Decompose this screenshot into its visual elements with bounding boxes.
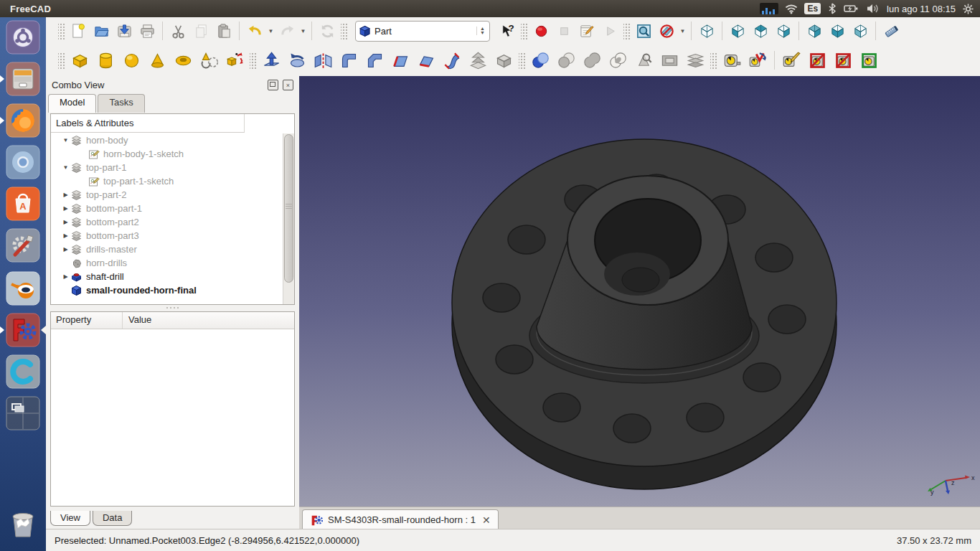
view-axonometric-button[interactable]	[695, 19, 718, 42]
ruled-surface-button[interactable]	[413, 47, 439, 73]
value-column-header[interactable]: Value	[123, 312, 151, 329]
toolbar-grip[interactable]	[58, 22, 65, 39]
panel-splitter[interactable]	[46, 306, 299, 310]
launcher-item-dash[interactable]	[6, 20, 40, 55]
view-top-button[interactable]	[749, 19, 772, 42]
macro-edit-button[interactable]	[575, 19, 598, 42]
toolbar-grip[interactable]	[341, 22, 347, 39]
boolean-common-button[interactable]	[605, 47, 631, 73]
session-gear-icon[interactable]	[962, 3, 974, 15]
fillet-button[interactable]	[336, 47, 362, 73]
toolbar-grip[interactable]	[519, 52, 525, 69]
launcher-item-software[interactable]: A	[6, 187, 40, 221]
paste-button[interactable]	[212, 19, 235, 42]
3d-model-flange[interactable]	[299, 76, 980, 507]
part-box-button[interactable]	[67, 47, 93, 73]
macro-record-button[interactable]	[529, 19, 552, 42]
tree-header[interactable]: Labels & Attributes	[51, 114, 245, 133]
view-front-button[interactable]	[726, 19, 749, 42]
boolean-union-button[interactable]	[579, 47, 605, 73]
part-cone-button[interactable]	[144, 47, 170, 73]
cross-sections-button[interactable]	[682, 47, 708, 73]
boolean-button[interactable]	[527, 47, 553, 73]
chamfer-button[interactable]	[362, 47, 387, 73]
new-document-button[interactable]	[67, 19, 90, 42]
boolean-cut-button[interactable]	[553, 47, 579, 73]
undo-dropdown[interactable]: ▼	[266, 21, 275, 41]
launcher-item-firefox[interactable]	[6, 103, 40, 138]
mirror-button[interactable]	[310, 47, 336, 73]
property-column-header[interactable]: Property	[51, 312, 123, 329]
volume-icon[interactable]	[866, 2, 880, 15]
workbench-selector[interactable]: Part▲▼	[355, 21, 490, 42]
cut-button[interactable]	[166, 19, 189, 42]
panel-float-icon[interactable]	[268, 80, 278, 90]
tree-expander[interactable]: ▶	[61, 192, 70, 198]
tree-expander[interactable]: ▶	[61, 205, 70, 212]
document-tab[interactable]: SM-S4303R-small-rounded-horn : 1 ✕	[302, 509, 499, 529]
fit-all-button[interactable]	[632, 19, 655, 42]
defeaturing-button[interactable]	[656, 47, 682, 73]
thickness-button[interactable]	[491, 47, 517, 73]
toolbar-grip[interactable]	[521, 22, 527, 39]
tree-expander[interactable]: ▶	[61, 246, 70, 253]
redo-button[interactable]	[275, 19, 298, 42]
tree-expander[interactable]: ▶	[61, 273, 70, 280]
launcher-item-files[interactable]	[6, 62, 40, 96]
copy-button[interactable]	[189, 19, 212, 42]
clipping-plane-dropdown[interactable]: ▼	[678, 21, 687, 41]
whats-this-button[interactable]: ?	[496, 19, 519, 42]
launcher-item-cura[interactable]	[6, 354, 40, 389]
launcher-item-trash[interactable]	[6, 507, 40, 541]
launcher-item-workspaces[interactable]	[6, 396, 40, 430]
tree-expander[interactable]: ▶	[61, 232, 70, 239]
tab-close-icon[interactable]: ✕	[482, 514, 491, 526]
undo-button[interactable]	[243, 19, 266, 42]
open-document-button[interactable]	[90, 19, 113, 42]
save-document-button[interactable]	[113, 19, 136, 42]
measure-refresh-button[interactable]	[778, 47, 804, 73]
tree-item-horn-body[interactable]: ▼horn-body	[51, 133, 283, 147]
macro-play-button[interactable]	[598, 19, 621, 42]
tree-item-horn-body-1-sketch[interactable]: horn-body-1-sketch	[51, 147, 283, 161]
tab-view[interactable]: View	[50, 511, 90, 526]
offset-button[interactable]	[465, 47, 491, 73]
view-right-button[interactable]	[772, 19, 795, 42]
workbench-spinner[interactable]: ▲▼	[476, 27, 488, 35]
check-geometry-button[interactable]	[631, 47, 656, 73]
wifi-icon[interactable]	[785, 2, 798, 15]
loft-button[interactable]	[439, 47, 465, 73]
print-button[interactable]	[136, 19, 159, 42]
make-face-button[interactable]	[387, 47, 413, 73]
redo-dropdown[interactable]: ▼	[298, 21, 308, 41]
revolve-button[interactable]	[284, 47, 310, 73]
tree-item-horn-drills[interactable]: horn-drills	[51, 256, 283, 270]
view-left-button[interactable]	[849, 19, 872, 42]
toolbar-grip[interactable]	[623, 22, 630, 39]
tree-expander[interactable]: ▶	[61, 219, 70, 225]
part-sphere-button[interactable]	[118, 47, 144, 73]
launcher-item-chromium[interactable]	[6, 145, 40, 179]
clipping-plane-button[interactable]	[655, 19, 678, 42]
part-primitives-button[interactable]	[196, 47, 222, 73]
measure-linear-button[interactable]	[719, 47, 745, 73]
tab-model[interactable]: Model	[48, 94, 96, 113]
macro-stop-button[interactable]	[552, 19, 575, 42]
tree-item-bottom-part-1[interactable]: ▶bottom-part-1	[51, 202, 283, 215]
panel-close-icon[interactable]: ×	[283, 80, 293, 90]
battery-charging-icon[interactable]	[844, 2, 859, 15]
launcher-item-blender[interactable]	[6, 271, 40, 306]
keyboard-layout-indicator[interactable]: Es	[804, 3, 821, 14]
toolbar-grip[interactable]	[58, 52, 65, 69]
toolbar-grip[interactable]	[250, 52, 256, 69]
tree-item-small-rounded-horn-final[interactable]: small-rounded-horn-final	[51, 283, 283, 297]
measure-toggle-3d-button[interactable]	[856, 47, 882, 73]
measure-distance-button[interactable]	[880, 19, 903, 42]
tree-item-bottom-part3[interactable]: ▶bottom-part3	[51, 229, 283, 242]
measure-delete-all-button[interactable]	[830, 47, 856, 73]
tree-item-top-part-1[interactable]: ▼top-part-1	[51, 161, 283, 174]
tree-expander[interactable]: ▼	[61, 164, 70, 171]
shape-builder-button[interactable]	[222, 47, 248, 73]
tree-item-top-part-2[interactable]: ▶top-part-2	[51, 188, 283, 202]
tree-expander[interactable]: ▼	[61, 137, 70, 143]
